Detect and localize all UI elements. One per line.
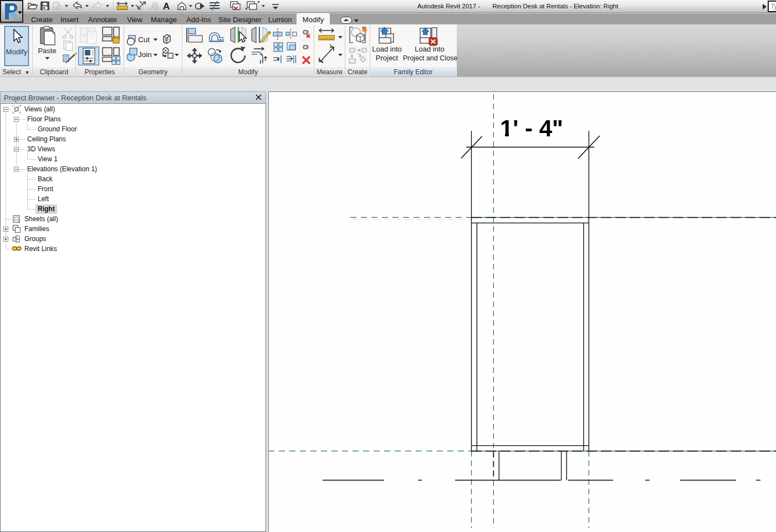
svg-text:Join: Join <box>138 50 152 59</box>
svg-text:Load into: Load into <box>372 45 402 53</box>
svg-text:Project and Close: Project and Close <box>403 54 458 62</box>
svg-text:Modify: Modify <box>6 48 28 56</box>
svg-text:Cut: Cut <box>138 35 150 44</box>
svg-text:Load into: Load into <box>415 45 445 53</box>
svg-text:A: A <box>163 1 170 12</box>
svg-text:Paste: Paste <box>38 47 56 55</box>
svg-text:Project: Project <box>376 54 399 62</box>
